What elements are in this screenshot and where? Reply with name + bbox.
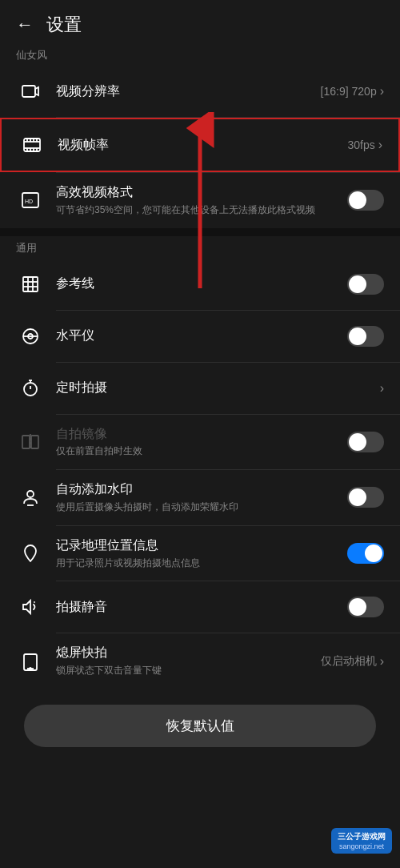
film-icon bbox=[18, 131, 46, 159]
video-resolution-row[interactable]: 视频分辨率 [16:9] 720p › bbox=[0, 66, 400, 117]
level-toggle-knob bbox=[349, 328, 366, 345]
location-row[interactable]: 记录地理位置信息 用于记录照片或视频拍摄地点信息 bbox=[0, 526, 400, 581]
grid-lines-toggle-knob bbox=[349, 275, 366, 293]
shutter-sound-row[interactable]: 拍摄静音 bbox=[0, 581, 400, 633]
screen-snap-value: 仅启动相机 bbox=[321, 654, 377, 669]
svg-rect-27 bbox=[22, 436, 30, 448]
location-icon bbox=[16, 539, 45, 568]
selfie-mirror-subtitle: 仅在前置自拍时生效 bbox=[56, 444, 347, 458]
location-toggle-knob bbox=[365, 545, 382, 562]
selfie-mirror-row[interactable]: 自拍镜像 仅在前置自拍时生效 bbox=[0, 415, 400, 470]
auto-watermark-toggle[interactable] bbox=[347, 487, 384, 508]
svg-marker-33 bbox=[23, 601, 30, 613]
grid-lines-row[interactable]: 参考线 bbox=[0, 259, 400, 310]
screen-snap-chevron: › bbox=[380, 654, 384, 669]
shutter-sound-title: 拍摄静音 bbox=[56, 599, 347, 616]
section-separator bbox=[0, 228, 400, 236]
shutter-sound-content: 拍摄静音 bbox=[56, 599, 347, 616]
video-icon bbox=[16, 77, 45, 106]
shutter-sound-toggle[interactable] bbox=[347, 597, 384, 617]
screen-snap-subtitle: 锁屏状态下双击音量下键 bbox=[56, 664, 321, 677]
selfie-mirror-content: 自拍镜像 仅在前置自拍时生效 bbox=[56, 426, 347, 459]
grid-lines-content: 参考线 bbox=[56, 275, 347, 292]
section-top-label: 仙女风 bbox=[0, 43, 400, 66]
timer-title: 定时拍摄 bbox=[56, 380, 380, 396]
level-row[interactable]: 水平仪 bbox=[0, 311, 400, 362]
watermark-badge: 三公子游戏网 sangongzi.net bbox=[331, 828, 392, 854]
video-resolution-content: 视频分辨率 bbox=[56, 83, 321, 100]
hevc-toggle-knob bbox=[349, 191, 366, 209]
svg-point-37 bbox=[30, 668, 31, 669]
screen-icon bbox=[16, 647, 45, 676]
header: ← 设置 bbox=[0, 0, 400, 43]
level-title: 水平仪 bbox=[56, 328, 347, 344]
level-content: 水平仪 bbox=[56, 328, 347, 344]
grid-lines-toggle[interactable] bbox=[347, 274, 384, 295]
video-fps-chevron: › bbox=[378, 138, 382, 152]
level-icon bbox=[16, 322, 45, 351]
selfie-mirror-title: 自拍镜像 bbox=[56, 426, 347, 443]
svg-text:HD: HD bbox=[25, 199, 33, 204]
restore-btn-wrapper: 恢复默认值 bbox=[0, 689, 400, 771]
auto-watermark-content: 自动添加水印 使用后置摄像头拍摄时，自动添加荣耀水印 bbox=[56, 481, 347, 514]
level-toggle[interactable] bbox=[347, 326, 384, 347]
timer-row[interactable]: 定时拍摄 › bbox=[0, 363, 400, 414]
selfie-mirror-toggle-knob bbox=[349, 433, 366, 451]
svg-rect-15 bbox=[23, 277, 38, 291]
watermark-line1: 三公子游戏网 bbox=[338, 831, 386, 842]
hevc-subtitle: 可节省约35%空间，您可能在其他设备上无法播放此格式视频 bbox=[56, 203, 347, 217]
hevc-content: 高效视频格式 可节省约35%空间，您可能在其他设备上无法播放此格式视频 bbox=[56, 184, 347, 217]
location-content: 记录地理位置信息 用于记录照片或视频拍摄地点信息 bbox=[56, 537, 347, 570]
screen-snap-row[interactable]: 熄屏快拍 锁屏状态下双击音量下键 仅启动相机 › bbox=[0, 633, 400, 689]
svg-point-32 bbox=[28, 549, 33, 553]
watermark-icon bbox=[16, 483, 45, 512]
selfie-mirror-toggle[interactable] bbox=[347, 432, 384, 452]
sound-icon bbox=[16, 593, 45, 621]
grid-icon bbox=[16, 270, 45, 299]
screen-snap-title: 熄屏快拍 bbox=[56, 645, 321, 661]
auto-watermark-toggle-knob bbox=[349, 488, 366, 506]
video-fps-title: 视频帧率 bbox=[58, 137, 347, 154]
svg-marker-1 bbox=[35, 87, 38, 95]
auto-watermark-row[interactable]: 自动添加水印 使用后置摄像头拍摄时，自动添加荣耀水印 bbox=[0, 470, 400, 525]
video-resolution-title: 视频分辨率 bbox=[56, 83, 321, 100]
video-fps-row[interactable]: 视频帧率 30fps › bbox=[0, 118, 400, 172]
watermark-line2: sangongzi.net bbox=[339, 842, 384, 850]
video-resolution-chevron: › bbox=[380, 84, 384, 98]
video-fps-content: 视频帧率 bbox=[58, 137, 347, 154]
back-button[interactable]: ← bbox=[16, 14, 34, 35]
section-general-label: 通用 bbox=[0, 236, 400, 259]
auto-watermark-title: 自动添加水印 bbox=[56, 481, 347, 498]
restore-button[interactable]: 恢复默认值 bbox=[24, 705, 376, 747]
shutter-sound-toggle-knob bbox=[349, 598, 366, 616]
timer-content: 定时拍摄 bbox=[56, 380, 380, 396]
location-subtitle: 用于记录照片或视频拍摄地点信息 bbox=[56, 557, 347, 570]
timer-icon bbox=[16, 374, 45, 403]
hevc-title: 高效视频格式 bbox=[56, 184, 347, 201]
hevc-icon: HD bbox=[16, 186, 45, 215]
location-toggle[interactable] bbox=[347, 543, 384, 564]
grid-lines-title: 参考线 bbox=[56, 275, 347, 292]
svg-rect-2 bbox=[24, 139, 40, 151]
svg-rect-0 bbox=[22, 86, 35, 97]
video-fps-value: 30fps bbox=[347, 139, 374, 151]
video-resolution-value: [16:9] 720p bbox=[321, 85, 377, 98]
page-title: 设置 bbox=[46, 13, 82, 37]
svg-point-30 bbox=[27, 491, 34, 497]
hevc-toggle[interactable] bbox=[347, 190, 384, 211]
hevc-row[interactable]: HD 高效视频格式 可节省约35%空间，您可能在其他设备上无法播放此格式视频 bbox=[0, 173, 400, 228]
timer-chevron: › bbox=[380, 381, 384, 396]
screen-snap-content: 熄屏快拍 锁屏状态下双击音量下键 bbox=[56, 645, 321, 677]
svg-rect-28 bbox=[31, 436, 38, 448]
location-title: 记录地理位置信息 bbox=[56, 537, 347, 554]
auto-watermark-subtitle: 使用后置摄像头拍摄时，自动添加荣耀水印 bbox=[56, 500, 347, 514]
mirror-icon bbox=[16, 428, 45, 456]
